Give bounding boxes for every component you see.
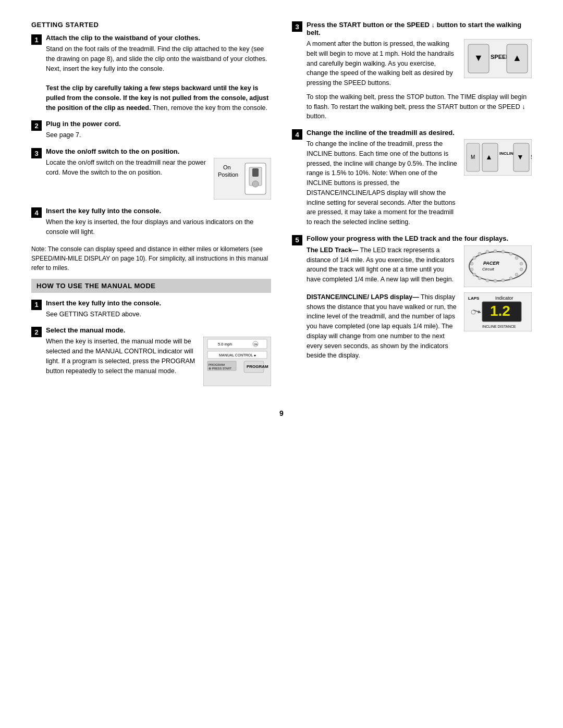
svg-text:Position: Position [218, 171, 238, 178]
step-4-title: Insert the key fully into the console. [46, 207, 271, 215]
svg-point-42 [509, 252, 512, 255]
step-2-content: Plug in the power cord. See page 7. [46, 120, 271, 140]
step-2-number: 2 [31, 120, 42, 131]
step-1-after-bold: Then, remove the key from the console. [153, 104, 267, 112]
svg-text:PACER: PACER [483, 261, 499, 266]
manual-step-2-number: 2 [31, 327, 42, 337]
svg-point-47 [509, 277, 512, 280]
svg-point-49 [494, 279, 497, 282]
stop-restart-body: To stop the walking belt, press the STOP… [307, 92, 532, 121]
manual-step-1-title: Insert the key fully into the console. [46, 299, 271, 307]
svg-point-38 [478, 252, 481, 255]
step-2-body: See page 7. [46, 130, 271, 140]
dist-incline-laps-section: DISTANCE/INCLINE/ LAPS display— This dis… [307, 292, 532, 361]
on-position-illustration: On Position [214, 158, 271, 200]
svg-point-51 [478, 277, 481, 280]
svg-text:▼: ▼ [517, 153, 524, 161]
svg-point-40 [494, 250, 497, 253]
step-1-title: Attach the clip to the waistband of your… [46, 34, 271, 42]
svg-text:M: M [471, 154, 475, 160]
svg-point-55 [473, 256, 476, 260]
left-column: GETTING STARTED 1 Attach the clip to the… [31, 21, 271, 393]
svg-text:Circuit: Circuit [482, 267, 494, 272]
svg-point-50 [486, 279, 489, 282]
right-step-3-with-image: A moment after the button is pressed, th… [307, 39, 532, 88]
manual-step-2-content: Select the manual mode. When the key is … [46, 326, 271, 386]
manual-step-1-content: Insert the key fully into the console. S… [46, 299, 271, 319]
right-step-5-block: 5 Follow your progress with the LED trac… [292, 235, 532, 366]
svg-point-44 [520, 262, 523, 265]
svg-point-39 [486, 250, 489, 253]
manual-mode-illustration: 5.0 mph 0% MANUAL CONTROL ● PROGRAM ⊕ PR… [203, 337, 271, 386]
right-step-3-block: 3 Press the START button or the SPEED ↓ … [292, 21, 532, 121]
manual-step-2-title: Select the manual mode. [46, 326, 271, 334]
step-3-block: 3 Move the on/off switch to the on posit… [31, 147, 271, 200]
right-step-3-body1: A moment after the button is pressed, th… [307, 39, 459, 88]
manual-step-2-body: When the key is inserted, the manual mod… [46, 337, 198, 376]
step-1-body-text: Stand on the foot rails of the treadmill… [46, 45, 267, 72]
led-track-title: The LED Track— [307, 246, 358, 254]
manual-step-2-block: 2 Select the manual mode. When the key i… [31, 326, 271, 386]
right-step-3-title: Press the START button or the SPEED ↓ bu… [307, 21, 532, 36]
svg-text:⊕ PRESS START: ⊕ PRESS START [209, 367, 232, 370]
dist-incline-laps-content: DISTANCE/INCLINE/ LAPS display— This dis… [307, 292, 459, 361]
svg-point-53 [470, 268, 473, 271]
step-3-title: Move the on/off switch to the on positio… [46, 147, 271, 155]
svg-point-5 [252, 181, 259, 187]
svg-point-46 [515, 273, 518, 276]
svg-text:MANUAL CONTROL ●: MANUAL CONTROL ● [219, 353, 256, 357]
right-step-3-body-text: A moment after the button is pressed, th… [307, 40, 454, 87]
right-step-5-number: 5 [292, 235, 302, 245]
led-track-content: The LED Track— The LED track represents … [307, 245, 459, 285]
step-4-body: When the key is inserted, the four displ… [46, 217, 271, 237]
step-3-body: Locate the on/off switch on the treadmil… [46, 158, 209, 178]
speed-buttons-illustration: ▼ SPEED ▲ [464, 39, 532, 78]
svg-text:1.2: 1.2 [490, 303, 510, 319]
led-track-section: The LED Track— The LED track represents … [307, 245, 532, 287]
manual-step-1-body: See GETTING STARTED above. [46, 310, 271, 319]
step-3-number: 3 [31, 148, 42, 158]
svg-text:LAPS: LAPS [468, 296, 480, 301]
incline-buttons-illustration: M ▲ INCLINE ▼ S [464, 139, 532, 176]
svg-text:PROGRAM: PROGRAM [209, 363, 225, 366]
svg-text:▲: ▲ [485, 153, 493, 161]
svg-text:▲: ▲ [512, 53, 522, 63]
svg-point-52 [473, 273, 476, 276]
svg-rect-6 [252, 168, 259, 177]
step-1-block: 1 Attach the clip to the waistband of yo… [31, 34, 271, 113]
step-3-with-image: Locate the on/off switch on the treadmil… [46, 158, 271, 200]
right-step-4-content: Change the incline of the treadmill as d… [307, 129, 532, 227]
note-block: Note: The console can display speed and … [31, 244, 271, 273]
step-1-number: 1 [31, 34, 42, 45]
getting-started-header: GETTING STARTED [31, 21, 271, 29]
manual-step-2-with-image: When the key is inserted, the manual mod… [46, 337, 271, 386]
manual-mode-header: HOW TO USE THE MANUAL MODE [31, 279, 271, 293]
svg-text:S: S [531, 154, 532, 160]
step-2-block: 2 Plug in the power cord. See page 7. [31, 120, 271, 140]
svg-text:PROGRAM: PROGRAM [247, 364, 268, 369]
svg-text:5.0 mph: 5.0 mph [218, 342, 232, 347]
svg-point-54 [470, 262, 473, 265]
pacer-circuit-illustration: PACER Circuit [464, 245, 532, 287]
right-step-3-content: Press the START button or the SPEED ↓ bu… [307, 21, 532, 121]
step-3-content: Move the on/off switch to the on positio… [46, 147, 271, 200]
dist-incline-laps-title: DISTANCE/INCLINE/ LAPS display— [307, 293, 419, 301]
right-step-4-with-image: To change the incline of the treadmill, … [307, 139, 532, 227]
right-step-4-number: 4 [292, 129, 302, 140]
svg-text:Indicator: Indicator [495, 295, 513, 301]
right-column: 3 Press the START button or the SPEED ↓ … [292, 21, 532, 393]
right-step-5-title: Follow your progress with the LED track … [307, 235, 532, 242]
step-1-content: Attach the clip to the waistband of your… [46, 34, 271, 113]
step-4-content: Insert the key fully into the console. W… [46, 207, 271, 237]
svg-text:0%: 0% [254, 343, 258, 346]
right-step-4-block: 4 Change the incline of the treadmill as… [292, 129, 532, 227]
right-step-4-body: To change the incline of the treadmill, … [307, 139, 459, 227]
step-1-body: Stand on the foot rails of the treadmill… [46, 44, 271, 113]
svg-text:On: On [223, 164, 231, 170]
dist-incline-laps-body: This display shows the distance that you… [307, 293, 457, 360]
laps-display-illustration: LAPS Indicator 1.2 INCLINE DISTANCE [464, 292, 532, 331]
manual-step-1-block: 1 Insert the key fully into the console.… [31, 299, 271, 319]
svg-point-48 [501, 279, 505, 282]
page-number: 9 [31, 409, 532, 417]
step-4-number: 4 [31, 207, 42, 218]
